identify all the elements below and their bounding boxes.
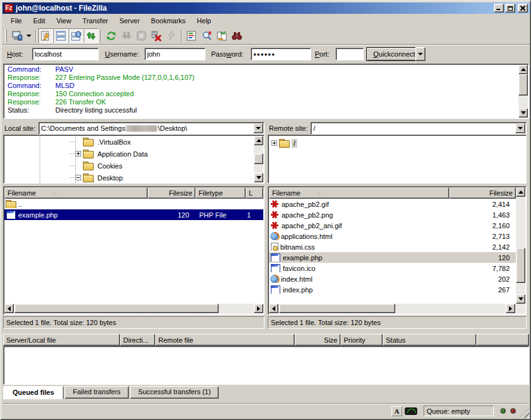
cancel-operation-button[interactable] — [134, 28, 149, 43]
scroll-thumb[interactable] — [14, 304, 219, 313]
menu-item[interactable]: Bookmarks — [145, 16, 191, 26]
toggle-message-log-button[interactable] — [38, 28, 53, 43]
remote-list-scrollbar[interactable] — [516, 187, 525, 314]
site-manager-dropdown-button[interactable] — [25, 28, 33, 43]
find-files-button[interactable] — [229, 28, 244, 43]
close-button[interactable] — [518, 4, 528, 13]
file-row[interactable]: favicon.ico 7,782 — [269, 263, 516, 274]
scroll-down-button[interactable] — [516, 294, 525, 304]
message-log-scrollbar[interactable] — [518, 65, 528, 118]
menu-item[interactable]: Edit — [28, 16, 51, 26]
column-header-server-local-file[interactable]: Server/Local file — [3, 334, 120, 346]
menu-item[interactable]: Server — [114, 16, 145, 26]
file-row[interactable]: index.html 202 — [269, 274, 516, 284]
password-label: Password: — [211, 50, 243, 58]
synchronized-browsing-button[interactable] — [214, 28, 229, 43]
menu-item[interactable]: Transfer — [77, 16, 114, 26]
remote-site-combo[interactable]: / — [310, 122, 527, 135]
tree-item[interactable]: Desktop — [4, 172, 264, 184]
remote-site-dropdown-button[interactable] — [515, 123, 525, 133]
port-input[interactable] — [336, 48, 364, 60]
filter-button[interactable] — [184, 28, 199, 43]
scroll-down-button[interactable] — [254, 173, 263, 182]
local-site-combo[interactable]: C:\Documents and Settings\Desktop\ — [38, 122, 265, 135]
column-header-filesize[interactable]: Filesize — [449, 187, 516, 199]
file-row[interactable]: .. — [4, 199, 263, 209]
quickconnect-dropdown-button[interactable] — [415, 47, 425, 61]
host-input[interactable] — [32, 48, 99, 60]
quickconnect-button[interactable]: Quickconnect — [366, 47, 422, 61]
file-size: 7,782 — [449, 265, 516, 272]
tree-item[interactable]: .VirtualBox — [4, 136, 264, 148]
title-bar[interactable]: Fz john@localhost - FileZilla — [3, 3, 530, 14]
speed-limit-icon[interactable] — [405, 407, 417, 415]
scroll-thumb[interactable] — [279, 304, 395, 313]
local-list-hscrollbar[interactable] — [4, 304, 263, 314]
scroll-thumb[interactable] — [518, 74, 528, 96]
file-row[interactable]: applications.html 2,713 — [269, 231, 516, 241]
scroll-thumb[interactable] — [516, 248, 525, 283]
local-tree-scrollbar[interactable] — [254, 136, 263, 182]
menu-bar: File Edit View Transfer Server Bookmarks… — [3, 14, 530, 27]
refresh-button[interactable] — [104, 28, 119, 43]
menu-item[interactable]: File — [5, 16, 28, 26]
scroll-right-button[interactable] — [254, 304, 263, 313]
password-input[interactable] — [251, 48, 311, 60]
column-header-priority[interactable]: Priority — [341, 334, 383, 346]
remote-list-hscrollbar[interactable] — [269, 304, 515, 314]
queue-tab[interactable]: Successful transfers (1) — [130, 386, 219, 399]
column-header-lastmodified[interactable]: L — [246, 187, 263, 199]
file-row[interactable]: example.php 120 — [269, 252, 516, 263]
file-row[interactable]: apache_pb2_ani.gif 2,160 — [269, 220, 516, 231]
directory-comparison-button[interactable] — [199, 28, 214, 43]
username-input[interactable] — [145, 48, 205, 60]
column-header-size[interactable]: Size — [295, 334, 341, 346]
tree-expander[interactable] — [75, 151, 81, 157]
toggle-transfer-queue-button[interactable] — [84, 28, 99, 43]
menu-item[interactable]: Help — [191, 16, 217, 26]
scroll-left-button[interactable] — [4, 304, 14, 313]
site-manager-button[interactable] — [9, 28, 25, 43]
column-header-filename[interactable]: Filename — [269, 187, 449, 199]
column-header-filesize[interactable]: Filesize — [148, 187, 195, 199]
tree-expander[interactable] — [271, 140, 277, 146]
tree-item[interactable]: Application Data — [4, 148, 264, 160]
column-header-status[interactable]: Status — [383, 334, 476, 346]
scroll-thumb[interactable] — [254, 153, 263, 164]
queue-tab[interactable]: Failed transfers — [65, 386, 129, 399]
process-queue-button[interactable] — [119, 28, 134, 43]
file-row[interactable]: index.php 267 — [269, 284, 516, 295]
right-arrow-icon — [509, 306, 512, 311]
local-site-dropdown-button[interactable] — [253, 123, 263, 133]
column-header-remote-file[interactable]: Remote file — [155, 334, 295, 346]
column-header-empty[interactable] — [476, 334, 529, 346]
file-row[interactable]: apache_pb2.png 1,463 — [269, 209, 516, 220]
file-row[interactable]: bitnami.css 2,142 — [269, 241, 516, 252]
file-icon — [270, 211, 279, 219]
disconnect-button[interactable] — [149, 28, 164, 43]
scroll-up-button[interactable] — [518, 65, 528, 74]
tree-expander[interactable] — [75, 175, 81, 180]
reconnect-button[interactable] — [164, 28, 179, 43]
toggle-remote-tree-button[interactable] — [68, 28, 84, 43]
scroll-left-button[interactable] — [269, 304, 278, 313]
column-header-filetype[interactable]: Filetype — [195, 187, 246, 199]
scroll-up-button[interactable] — [516, 187, 525, 197]
scroll-up-button[interactable] — [254, 136, 263, 145]
file-row[interactable]: apache_pb2.gif 2,414 — [269, 199, 516, 209]
scroll-down-button[interactable] — [518, 108, 528, 118]
column-header-filename[interactable]: Filename — [4, 187, 148, 199]
queue-body[interactable] — [3, 346, 529, 385]
toolbar-grip[interactable] — [5, 30, 7, 42]
data-type-indicator-icon[interactable] — [391, 406, 402, 416]
file-row[interactable]: example.php 120 PHP File 1 — [4, 209, 263, 220]
tree-item[interactable]: / — [271, 137, 526, 149]
maximize-button[interactable] — [505, 4, 515, 13]
toggle-local-tree-button[interactable] — [53, 28, 68, 43]
queue-tab[interactable]: Queued files — [3, 386, 63, 399]
minimize-button[interactable] — [494, 4, 504, 13]
scroll-right-button[interactable] — [506, 304, 515, 313]
column-header-direction[interactable]: Directi... — [120, 334, 155, 346]
menu-item[interactable]: View — [51, 16, 77, 26]
tree-item[interactable]: Cookies — [4, 160, 264, 172]
